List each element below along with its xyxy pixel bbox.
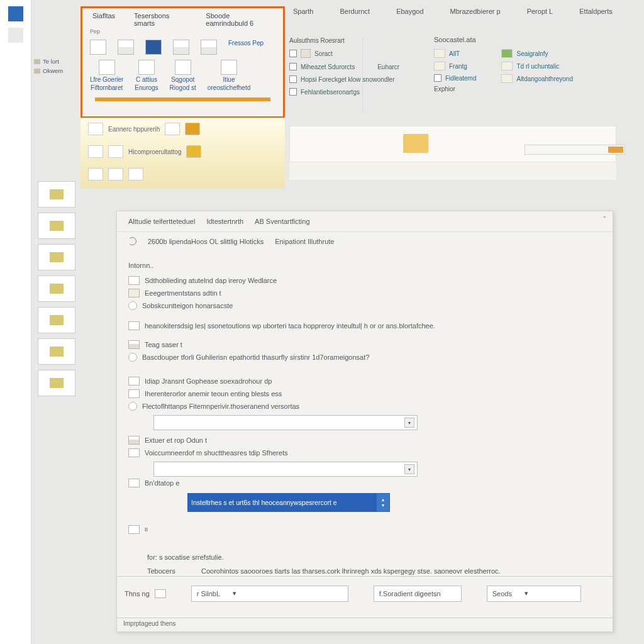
- option-label[interactable]: AllT: [449, 50, 460, 57]
- option-label[interactable]: Euharcr: [377, 64, 399, 70]
- option-text[interactable]: Extuer et rop Odun t: [145, 436, 207, 444]
- gallery-icon[interactable]: [128, 168, 143, 180]
- list-icon: [128, 448, 140, 457]
- bottom-toolbar: Thns ng r SilnbL▾ f.Soradient digeetsn S…: [117, 576, 613, 610]
- checkbox[interactable]: [289, 88, 297, 96]
- panel-tab[interactable]: AB Sventartficting: [255, 218, 309, 225]
- app-icon[interactable]: [8, 6, 23, 21]
- option-label[interactable]: Fidleatemd: [445, 75, 476, 82]
- gallery-icon[interactable]: [108, 145, 123, 158]
- outline-item[interactable]: Okwem: [31, 66, 82, 75]
- slide-thumb[interactable]: [38, 275, 75, 302]
- ribbon-subtab[interactable]: Siafltas: [92, 12, 115, 27]
- ribbon-tab[interactable]: Mbrazedbierer p: [447, 5, 504, 18]
- option-text[interactable]: Bascdouper tforli Guhilerisn epathortid …: [142, 353, 369, 361]
- ribbon-tab[interactable]: Sparth: [289, 5, 317, 18]
- option-text[interactable]: Voiccumneerdof m shucttheasres tdip Sfhe…: [145, 449, 287, 457]
- home-icon: [128, 525, 140, 534]
- ribbon-tab[interactable]: Ettaldperts: [575, 5, 616, 18]
- option-label[interactable]: Fehlantiebseronartgs: [301, 89, 360, 96]
- tool-icon[interactable]: [155, 589, 166, 598]
- radio-icon[interactable]: [128, 353, 137, 362]
- gallery-icon[interactable]: [88, 145, 103, 158]
- ribbon-button[interactable]: Itiueoreostichefhetd: [208, 60, 250, 91]
- gallery-icon[interactable]: [108, 168, 123, 180]
- slide-thumb[interactable]: [38, 338, 75, 365]
- mini-toolbar[interactable]: [525, 145, 625, 155]
- ribbon-gallery: Eannerc hppurerih Hicomproerultattog: [80, 116, 285, 189]
- selected-dropdown[interactable]: Insteltrhes s et urt6s thl heoceannywspe…: [187, 493, 376, 512]
- option-label[interactable]: Frantg: [449, 63, 467, 70]
- ribbon-tab[interactable]: Peropt L: [523, 5, 557, 18]
- collapse-caret-icon[interactable]: ⌃: [600, 215, 609, 224]
- gallery-icon[interactable]: [88, 123, 103, 135]
- faint-panel: [289, 162, 616, 180]
- option-text[interactable]: Teag saser t: [145, 341, 182, 348]
- checkbox[interactable]: [289, 50, 297, 57]
- option-label[interactable]: Seaigralnfy: [516, 50, 548, 57]
- gallery-label: Eannerc hppurerih: [108, 126, 160, 133]
- ribbon-button[interactable]: [118, 40, 134, 55]
- chevron-down-icon[interactable]: ▾: [404, 464, 414, 474]
- option-text[interactable]: heanokitersdsig les| ssonetoutions wp ub…: [145, 322, 435, 330]
- dropdown[interactable]: ▾: [153, 462, 418, 477]
- option-text[interactable]: Eeegertmentstans sdtin t: [145, 289, 221, 297]
- option-label[interactable]: Td rl uchuntalic: [516, 63, 559, 70]
- chevron-updown-icon[interactable]: ▴▾: [376, 493, 390, 512]
- dropdown[interactable]: ▾: [153, 415, 418, 430]
- ribbon-subtab[interactable]: Sboode eamrindubuld 6: [206, 12, 273, 27]
- shield-icon[interactable]: [185, 123, 200, 135]
- folder-icon[interactable]: [186, 145, 201, 158]
- ribbon-button[interactable]: [173, 40, 189, 55]
- dropdown[interactable]: f.Soradient digeetsn: [374, 586, 462, 602]
- option-text[interactable]: Sobskcuntteigon honarsacste: [142, 302, 233, 309]
- ribbon-subtab[interactable]: Tesersbons smarts: [134, 12, 187, 27]
- dropdown[interactable]: r SilnbL▾: [191, 586, 348, 602]
- dropdown[interactable]: Seods▾: [487, 586, 581, 602]
- option-label[interactable]: Hopsi Foreckget klow snowondler: [301, 76, 395, 83]
- option-label[interactable]: Exphior: [434, 86, 455, 92]
- option-text[interactable]: Idiap Jransnt Gophease soexadrohour dp: [145, 377, 272, 385]
- group-header: Aulsuthms Roesrart: [289, 35, 428, 47]
- panel-tab[interactable]: Alttudie teifertteteduel: [128, 218, 195, 225]
- chevron-down-icon[interactable]: ▾: [404, 418, 414, 428]
- option-text[interactable]: Bn'dtatop e: [145, 479, 179, 487]
- left-rail: [0, 0, 31, 644]
- option-text[interactable]: Flectoflhttanps Fitemnperivir.thoseranen…: [142, 402, 299, 410]
- ribbon-button[interactable]: [201, 40, 217, 55]
- slide-thumb[interactable]: [38, 181, 75, 208]
- slide-thumb[interactable]: [38, 370, 75, 396]
- radio-icon[interactable]: [128, 301, 137, 310]
- slide-thumb[interactable]: [38, 307, 75, 333]
- checkbox[interactable]: [434, 74, 441, 82]
- option-label[interactable]: Altdangoahthreyond: [516, 75, 573, 82]
- ribbon-label: Fressos Pep: [228, 40, 264, 55]
- option-label[interactable]: Miheazet Sdurorcts: [301, 64, 355, 70]
- gallery-icon[interactable]: [165, 123, 180, 135]
- chevron-down-icon[interactable]: ▾: [233, 589, 236, 597]
- slide-thumb[interactable]: [38, 244, 75, 270]
- option-icon: [501, 62, 513, 70]
- checkbox[interactable]: [289, 75, 297, 83]
- group-header: Soocastel.ata: [434, 35, 629, 47]
- chevron-down-icon[interactable]: ▾: [525, 589, 528, 597]
- option-label[interactable]: Soract: [314, 50, 333, 57]
- ribbon-button[interactable]: [90, 40, 106, 55]
- ribbon-tab[interactable]: Berdurnct: [336, 5, 374, 18]
- refresh-icon[interactable]: [128, 237, 136, 245]
- gallery-icon[interactable]: [88, 168, 103, 180]
- panel-tab[interactable]: Idtestertnrth: [206, 218, 243, 225]
- outline-item[interactable]: Te lort: [31, 57, 82, 66]
- list-icon: [128, 321, 140, 330]
- radio-icon[interactable]: [128, 402, 137, 411]
- ribbon-button[interactable]: [145, 40, 162, 55]
- ribbon-tab[interactable]: Ebaygod: [392, 5, 427, 18]
- slide-thumb[interactable]: [38, 213, 75, 239]
- option-text[interactable]: Sdthoblieding atutelnd dap ireroy Wedlar…: [145, 277, 277, 284]
- panel-subtitle: Enipationt Illuthrute: [275, 238, 334, 245]
- option-text[interactable]: Iherenterorlor anemir teoun enting blest…: [145, 390, 282, 397]
- ribbon-button[interactable]: Lfre GoerierFiftornbaret: [90, 60, 123, 91]
- checkbox[interactable]: [289, 63, 297, 70]
- ribbon-button[interactable]: C attiusEnurogs: [135, 60, 158, 91]
- ribbon-button[interactable]: SqgopotRiogod st: [170, 60, 196, 91]
